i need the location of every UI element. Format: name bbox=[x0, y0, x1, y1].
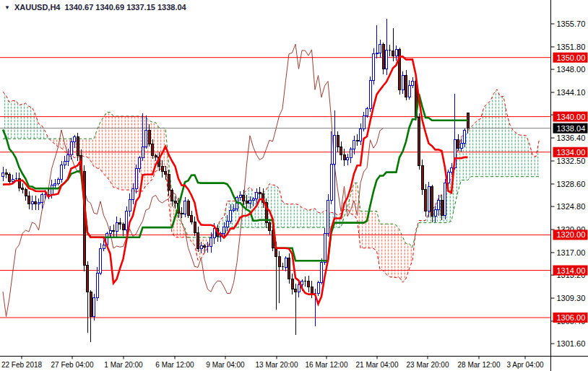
candle-bearish bbox=[194, 222, 196, 232]
candle-bullish bbox=[233, 209, 235, 210]
candle-bearish bbox=[174, 201, 176, 203]
candle-bearish bbox=[9, 174, 11, 182]
candle-bearish bbox=[343, 154, 345, 160]
candle-bullish bbox=[376, 53, 378, 53]
candle-bullish bbox=[126, 211, 128, 230]
cloud-bullish-region bbox=[3, 92, 49, 139]
candle-bearish bbox=[418, 118, 420, 166]
price-tick-label: 1336.40 bbox=[557, 134, 586, 142]
candle-bearish bbox=[165, 172, 167, 174]
time-tick-label: 16 Mar 12:00 bbox=[306, 361, 348, 369]
candle-bearish bbox=[311, 287, 313, 293]
candle-bullish bbox=[116, 222, 118, 232]
time-tick-label: 28 Mar 12:00 bbox=[458, 361, 501, 369]
candle-bullish bbox=[142, 147, 144, 158]
candle-bearish bbox=[308, 281, 310, 287]
candle-bearish bbox=[168, 174, 170, 190]
candle-bullish bbox=[109, 230, 111, 233]
candle-bullish bbox=[70, 142, 72, 155]
candle-bearish bbox=[119, 222, 121, 224]
symbol-period-label: XAUUSD,H4 bbox=[14, 3, 61, 12]
current-price-badge-label: 1338.04 bbox=[557, 124, 586, 133]
candle-bearish bbox=[425, 190, 427, 211]
candle-bearish bbox=[243, 195, 245, 201]
axes-layer: 1355.701351.801348.001344.101340.301336.… bbox=[0, 0, 588, 371]
candle-bullish bbox=[334, 136, 336, 165]
candle-bullish bbox=[428, 186, 430, 211]
candle-bearish bbox=[295, 289, 297, 292]
candle-bullish bbox=[298, 285, 300, 292]
candle-bearish bbox=[171, 190, 173, 201]
candle-bullish bbox=[135, 169, 137, 189]
time-tick-label: 23 Mar 20:00 bbox=[407, 361, 449, 369]
time-tick-label: 22 Feb 2018 bbox=[1, 361, 43, 369]
candle-bullish bbox=[347, 158, 349, 160]
candle-bullish bbox=[74, 137, 76, 142]
cloud-bearish-region bbox=[347, 183, 415, 283]
candle-bearish bbox=[148, 130, 150, 144]
candle-bearish bbox=[246, 201, 248, 203]
candle-bullish bbox=[31, 201, 33, 204]
ohlc-readout: 1340.67 1340.69 1337.15 1338.04 bbox=[65, 3, 186, 12]
chikou-span-line bbox=[3, 44, 384, 316]
time-tick-label: 21 Mar 04:00 bbox=[356, 361, 399, 369]
time-tick-label: 27 Feb 04:00 bbox=[51, 361, 94, 369]
candle-bullish bbox=[438, 201, 440, 210]
time-tick-label: 3 Apr 04:00 bbox=[506, 361, 544, 369]
candle-bullish bbox=[226, 221, 228, 227]
candle-bullish bbox=[38, 203, 40, 204]
level-badge-label: 1340.00 bbox=[557, 113, 586, 121]
candle-bullish bbox=[57, 180, 59, 183]
candle-bullish bbox=[249, 201, 251, 203]
candle-bullish bbox=[93, 298, 95, 317]
candle-bullish bbox=[363, 115, 365, 128]
candle-bullish bbox=[210, 238, 212, 247]
candle-bearish bbox=[204, 246, 206, 247]
candle-bullish bbox=[41, 194, 43, 203]
price-tick-label: 1317.00 bbox=[557, 248, 586, 257]
candle-bullish bbox=[317, 282, 319, 293]
candle-bearish bbox=[155, 155, 157, 157]
symbol-dropdown-icon[interactable]: ▼ bbox=[4, 4, 10, 11]
candle-bullish bbox=[230, 210, 232, 221]
candle-bullish bbox=[369, 81, 371, 109]
candle-bullish bbox=[353, 140, 355, 149]
candle-bearish bbox=[152, 144, 154, 155]
price-tick-label: 1355.70 bbox=[557, 19, 586, 28]
candle-bullish bbox=[402, 76, 404, 90]
candle-bullish bbox=[360, 129, 362, 141]
candle-bullish bbox=[213, 229, 215, 238]
candle-bearish bbox=[122, 224, 124, 230]
candle-bullish bbox=[61, 165, 63, 180]
candle-bullish bbox=[256, 193, 258, 199]
price-tick-label: 1309.30 bbox=[557, 294, 586, 302]
candle-bullish bbox=[54, 183, 56, 186]
candle-bullish bbox=[444, 183, 446, 215]
candle-bearish bbox=[77, 137, 79, 155]
level-badge-label: 1320.00 bbox=[557, 230, 586, 239]
candle-bearish bbox=[197, 232, 199, 248]
candle-bullish bbox=[460, 143, 462, 148]
level-badge-label: 1306.00 bbox=[557, 313, 586, 322]
candle-bullish bbox=[103, 245, 105, 249]
candle-bearish bbox=[340, 147, 342, 155]
candle-bullish bbox=[408, 86, 410, 97]
price-tick-label: 1351.80 bbox=[557, 43, 586, 51]
level-badge-label: 1314.00 bbox=[557, 266, 586, 275]
candle-bullish bbox=[386, 51, 388, 69]
candle-bullish bbox=[330, 165, 332, 200]
time-tick-label: 9 Mar 04:00 bbox=[206, 361, 245, 369]
candle-bearish bbox=[291, 279, 293, 289]
price-chart-plot[interactable]: 1355.701351.801348.001344.101340.301336.… bbox=[0, 0, 588, 371]
candle-bearish bbox=[5, 173, 7, 174]
candle-bullish bbox=[139, 158, 141, 169]
level-badge-label: 1334.00 bbox=[557, 148, 586, 157]
candle-bullish bbox=[132, 189, 134, 199]
candle-bullish bbox=[451, 167, 453, 172]
price-tick-label: 1348.00 bbox=[557, 65, 586, 74]
candle-bearish bbox=[441, 201, 443, 215]
price-tick-label: 1301.60 bbox=[557, 339, 586, 348]
candle-bearish bbox=[187, 201, 189, 216]
price-tick-label: 1344.10 bbox=[557, 88, 586, 97]
candle-bearish bbox=[25, 189, 27, 196]
